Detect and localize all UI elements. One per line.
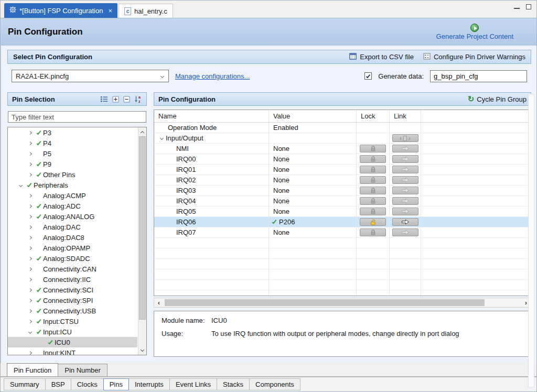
table-row[interactable]: IRQ00None [154,154,531,165]
editor-tab-clocks[interactable]: Clocks [71,378,104,390]
tab-fsp-configuration[interactable]: *[Button] FSP Configuration × [4,3,117,18]
pin-configuration-select[interactable]: RA2A1-EK.pincfg [12,70,169,82]
editor-tab-components[interactable]: Components [249,378,300,390]
chevron-right-icon[interactable] [26,320,34,323]
lock-icon[interactable] [360,197,386,205]
link-arrow-icon[interactable] [392,208,418,215]
expand-all-icon[interactable] [112,96,119,103]
editor-tab-stacks[interactable]: Stacks [217,378,250,390]
table-row[interactable]: IRQ06P206 [154,217,531,227]
chevron-right-icon[interactable] [26,173,34,176]
chevron-right-icon[interactable] [26,205,34,208]
link-arrow-icon[interactable] [392,176,418,184]
chevron-right-icon[interactable] [26,278,34,281]
tree-item[interactable]: Connectivity:CAN [8,264,137,274]
chevron-right-icon[interactable] [26,236,34,239]
link-arrow-icon[interactable] [392,228,418,236]
chevron-right-icon[interactable] [26,299,34,302]
export-csv-button[interactable]: Export to CSV file [349,53,414,61]
lock-icon[interactable] [360,208,386,215]
tree-item[interactable]: P4 [8,138,137,148]
table-row[interactable]: IRQ03None [154,186,531,196]
link-arrow-icon[interactable] [392,197,418,205]
tree-item[interactable]: Connectivity:SCI [8,285,137,295]
editor-tab-summary[interactable]: Summary [4,378,46,390]
list-view-icon[interactable] [100,96,108,102]
table-row[interactable]: IRQ01None [154,165,531,175]
lock-icon[interactable] [360,228,386,236]
generate-data-input[interactable] [430,70,527,82]
scrollbar-thumb[interactable] [165,299,485,306]
table-row[interactable]: Operation ModeEnabled [154,123,531,133]
link-arrow-icon[interactable] [392,187,418,194]
scroll-up-icon[interactable] [138,128,146,136]
chevron-right-icon[interactable] [26,257,34,260]
chevron-down-icon[interactable] [16,184,25,187]
link-arrow-icon[interactable] [392,166,418,173]
tree-item[interactable]: Connectivity:IIC [8,274,137,285]
minimize-icon[interactable] [514,4,520,9]
tree-item[interactable]: P3 [8,127,137,138]
table-row[interactable]: IRQ02None [154,175,531,186]
lock-icon[interactable] [360,166,386,173]
tree-item[interactable]: Connectivity:USB [8,306,137,316]
tree-item[interactable]: Analog:DAC [8,222,137,232]
chevron-right-icon[interactable] [26,163,34,166]
table-row[interactable]: IRQ07None [154,227,531,238]
configure-pin-driver-warnings-button[interactable]: Configure Pin Driver Warnings [423,53,525,61]
table-row[interactable]: NMINone [154,144,531,154]
lock-icon[interactable] [360,187,386,194]
chevron-right-icon[interactable] [26,142,34,145]
lock-icon[interactable] [360,155,386,163]
table-row[interactable]: IRQ04None [154,196,531,206]
tab-hal-entry[interactable]: c hal_entry.c [119,4,173,18]
pane-tab-pin-function[interactable]: Pin Function [7,363,58,376]
pane-tab-pin-number[interactable]: Pin Number [58,364,108,376]
chevron-down-icon[interactable] [26,331,34,333]
tree-item[interactable]: Analog:ADC [8,201,137,211]
cycle-pin-group-button[interactable]: ↻ Cycle Pin Group [468,95,527,103]
chevron-right-icon[interactable] [26,132,34,134]
generate-data-checkbox[interactable] [364,72,372,80]
scroll-down-icon[interactable] [138,346,146,354]
tree-scrollbar[interactable] [138,127,146,355]
lock-icon[interactable] [360,145,386,153]
tree-item[interactable]: Analog:SDADC [8,253,137,264]
editor-tab-pins[interactable]: Pins [103,378,129,390]
link-arrow-icon[interactable] [392,145,418,153]
generate-project-content-button[interactable]: Generate Project Content [436,24,513,40]
editor-tab-event-links[interactable]: Event Links [169,378,217,390]
unlock-icon[interactable] [360,218,386,226]
table-row[interactable]: Input/Output‹› [154,133,531,144]
chevron-right-icon[interactable] [26,153,34,155]
tree-item[interactable]: Analog:DAC8 [8,232,137,243]
editor-tab-interrupts[interactable]: Interrupts [128,378,170,390]
tree-item[interactable]: Analog:ANALOG [8,211,137,222]
prev-next-icon[interactable]: ‹› [392,134,418,142]
close-icon[interactable]: × [108,7,112,15]
tree-item[interactable]: Input:ICU [8,326,137,337]
maximize-icon[interactable] [526,4,531,9]
collapse-all-icon[interactable] [123,96,130,103]
chevron-right-icon[interactable] [26,268,34,270]
tree-item[interactable]: ICU0 [8,337,137,347]
scroll-left-icon[interactable]: ‹ [155,298,163,307]
tree-item[interactable]: Connectivity:SPI [8,295,137,306]
tree-filter-input[interactable] [8,111,146,123]
chevron-right-icon[interactable] [26,310,34,312]
sort-az-icon[interactable]: az [134,95,142,103]
tree-item[interactable]: Analog:ACMP [8,190,137,201]
tree-item[interactable]: P9 [8,159,137,169]
tree-item[interactable]: Input:CTSU [8,316,137,326]
link-arrow-icon[interactable] [392,155,418,163]
table-row[interactable]: IRQ05None [154,206,531,217]
horizontal-scrollbar[interactable]: ‹ › [154,298,531,308]
chevron-right-icon[interactable] [26,289,34,291]
chevron-right-icon[interactable] [26,226,34,228]
chevron-right-icon[interactable] [26,194,34,197]
scrollbar-thumb[interactable] [139,136,146,320]
lock-icon[interactable] [360,176,386,184]
chevron-down-icon[interactable] [157,137,166,139]
editor-tab-bsp[interactable]: BSP [45,378,71,390]
tree-item[interactable]: Other Pins [8,169,137,180]
